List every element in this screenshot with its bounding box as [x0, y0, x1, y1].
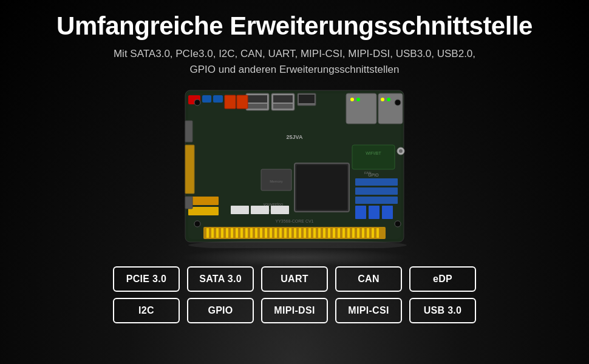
svg-text:WIFI/BT: WIFI/BT	[366, 151, 381, 155]
svg-rect-20	[289, 228, 291, 238]
svg-rect-42	[248, 104, 267, 109]
svg-point-87	[395, 221, 401, 227]
svg-point-84	[194, 99, 200, 106]
svg-rect-12	[250, 228, 253, 238]
board-image: rockchip RK3568 Memory youyeetoo 风火轮科技 W…	[167, 84, 422, 254]
svg-rect-33	[352, 228, 355, 238]
svg-rect-76	[251, 206, 269, 214]
svg-rect-16	[270, 228, 272, 238]
page-content: Umfangreiche Erweiterungsschnittstelle M…	[0, 0, 589, 329]
svg-rect-56	[202, 95, 211, 103]
svg-rect-22	[299, 228, 301, 238]
badges-row-2: I2C GPIO MIPI-DSI MIPI-CSI USB 3.0	[113, 298, 476, 323]
svg-rect-79	[369, 206, 380, 219]
svg-rect-11	[245, 228, 248, 238]
svg-rect-31	[342, 228, 345, 238]
svg-rect-34	[357, 228, 359, 238]
svg-rect-8	[231, 228, 233, 238]
svg-rect-61	[296, 165, 347, 210]
svg-point-52	[387, 98, 390, 101]
svg-text:YY3568-CORE CV1: YY3568-CORE CV1	[275, 219, 313, 223]
svg-rect-28	[328, 228, 330, 238]
svg-rect-18	[279, 228, 282, 238]
badge-pcie: PCIE 3.0	[113, 266, 180, 292]
svg-text:25JVA: 25JVA	[287, 134, 303, 140]
page-title: Umfangreiche Erweiterungsschnittstelle	[56, 12, 533, 40]
svg-point-49	[350, 98, 354, 101]
svg-rect-21	[294, 228, 296, 238]
svg-rect-15	[265, 228, 267, 238]
svg-rect-3	[206, 228, 209, 238]
svg-point-85	[395, 99, 401, 106]
badge-sata: SATA 3.0	[187, 266, 254, 292]
svg-rect-78	[355, 206, 366, 219]
svg-rect-6	[221, 228, 223, 238]
badge-mipi-csi: MIPI-CSI	[335, 298, 402, 323]
svg-rect-37	[372, 228, 374, 238]
svg-rect-46	[299, 95, 315, 103]
svg-rect-77	[271, 206, 289, 214]
svg-rect-70	[355, 178, 398, 186]
badge-edp: eDP	[409, 266, 476, 292]
badge-usb3: USB 3.0	[409, 298, 476, 323]
svg-rect-7	[226, 228, 228, 238]
svg-rect-80	[382, 206, 393, 219]
svg-rect-54	[237, 95, 248, 109]
subtitle: Mit SATA3.0, PCIe3.0, I2C, CAN, UART, MI…	[114, 46, 475, 77]
svg-rect-32	[347, 228, 350, 238]
svg-rect-26	[318, 228, 321, 238]
svg-rect-23	[304, 228, 306, 238]
badge-i2c: I2C	[113, 298, 180, 323]
svg-rect-17	[274, 228, 277, 238]
svg-rect-53	[225, 95, 236, 109]
svg-point-50	[356, 98, 360, 101]
svg-rect-9	[236, 228, 238, 238]
svg-rect-14	[260, 228, 262, 238]
svg-rect-24	[308, 228, 311, 238]
badge-uart: UART	[261, 266, 328, 292]
subtitle-line2: GPIO und anderen Erweiterungsschnittstel…	[190, 64, 400, 75]
svg-rect-36	[367, 228, 369, 238]
svg-point-69	[399, 149, 403, 153]
svg-text:FAN: FAN	[364, 171, 372, 175]
badges-row-1: PCIE 3.0 SATA 3.0 UART CAN eDP	[113, 266, 476, 292]
badge-gpio: GPIO	[187, 298, 254, 323]
svg-rect-81	[185, 145, 194, 194]
badge-can: CAN	[335, 266, 402, 292]
svg-point-86	[194, 221, 200, 227]
svg-rect-66	[352, 145, 395, 169]
board-shadow	[179, 248, 410, 266]
svg-rect-75	[231, 206, 249, 214]
svg-rect-5	[216, 228, 219, 238]
svg-rect-41	[248, 95, 267, 103]
svg-rect-10	[240, 228, 243, 238]
svg-point-51	[381, 98, 384, 101]
svg-rect-82	[185, 121, 192, 142]
svg-rect-27	[323, 228, 325, 238]
svg-text:Memory: Memory	[270, 180, 283, 183]
badge-mipi-dsi: MIPI-DSI	[261, 298, 328, 323]
svg-rect-29	[333, 228, 335, 238]
svg-rect-44	[273, 104, 293, 109]
svg-rect-13	[255, 228, 257, 238]
svg-rect-35	[362, 228, 364, 238]
svg-rect-19	[284, 228, 287, 238]
svg-rect-72	[355, 197, 398, 204]
subtitle-line1: Mit SATA3.0, PCIe3.0, I2C, CAN, UART, MI…	[114, 48, 475, 59]
svg-rect-4	[211, 228, 214, 238]
svg-rect-38	[376, 228, 379, 238]
svg-rect-71	[355, 187, 398, 195]
svg-rect-30	[338, 228, 340, 238]
svg-rect-25	[313, 228, 316, 238]
svg-rect-83	[185, 197, 192, 209]
svg-rect-57	[213, 95, 223, 103]
svg-rect-47	[346, 93, 376, 124]
svg-rect-74	[188, 207, 219, 215]
svg-rect-43	[273, 95, 293, 103]
